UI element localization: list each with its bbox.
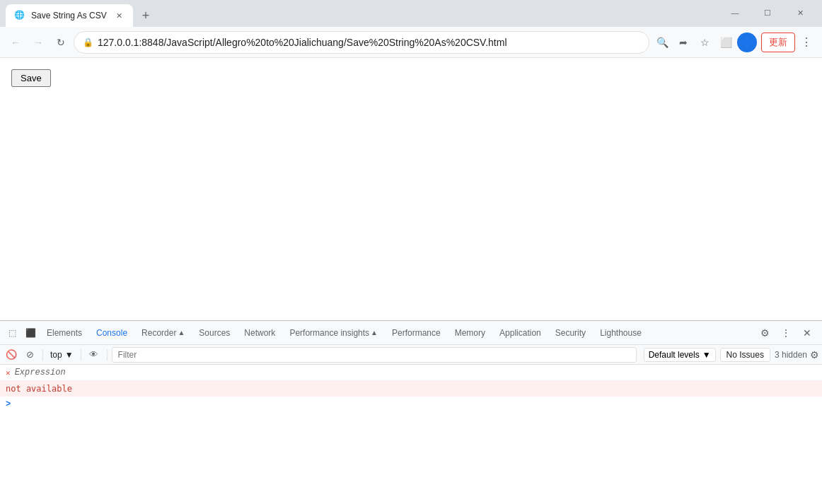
profile-button[interactable] [737, 33, 757, 52]
save-button[interactable]: Save [11, 69, 51, 87]
tab-sources[interactable]: Sources [192, 322, 237, 346]
forward-button[interactable]: → [28, 33, 48, 52]
back-button[interactable]: ← [6, 33, 25, 52]
context-dropdown-icon: ▼ [65, 350, 74, 360]
eye-button[interactable]: 👁 [86, 346, 103, 363]
toolbar-actions: 🔍 ➦ ☆ ⬜ 更新 ⋮ [652, 33, 816, 52]
tab-favicon: 🌐 [14, 10, 25, 21]
share-button[interactable]: ➦ [673, 33, 693, 52]
tab-performance-insights[interactable]: Performance insights ▲ [282, 322, 385, 346]
tab-bar: 🌐 Save String As CSV ✕ + — ☐ ✕ [0, 0, 822, 27]
toolbar-separator-3 [107, 349, 108, 361]
devtools-split-button[interactable]: ⬛ [21, 324, 40, 342]
no-issues-label: No Issues [727, 350, 764, 360]
expression-error-icon: ✕ [6, 368, 11, 377]
minimize-button[interactable]: — [719, 1, 751, 24]
hidden-settings-icon[interactable]: ⚙ [810, 349, 819, 361]
context-selector[interactable]: top ▼ [47, 348, 76, 361]
filter-toggle-button[interactable]: ⊘ [21, 346, 38, 363]
bookmark-button[interactable]: ☆ [695, 33, 714, 52]
maximize-button[interactable]: ☐ [751, 1, 784, 24]
console-expression-row: ✕ Expression [0, 365, 822, 381]
browser-tab-active[interactable]: 🌐 Save String As CSV ✕ [6, 4, 133, 27]
devtools-settings-button[interactable]: ⚙ [756, 324, 774, 342]
console-prompt-row[interactable]: > [0, 397, 822, 412]
tab-security[interactable]: Security [548, 322, 593, 346]
console-error-row: not available [0, 381, 822, 397]
lock-icon: 🔒 [83, 37, 93, 47]
devtools-dock-button[interactable]: ⬚ [3, 324, 21, 342]
address-bar[interactable]: 🔒 127.0.0.1:8848/JavaScript/Allegro%20to… [74, 31, 649, 54]
chrome-window: 🌐 Save String As CSV ✕ + — ☐ ✕ ← → ↻ 🔒 1… [0, 0, 822, 504]
split-view-button[interactable]: ⬜ [716, 33, 736, 52]
console-error-text: not available [6, 384, 72, 394]
tab-lighthouse[interactable]: Lighthouse [593, 322, 649, 346]
perf-insights-badge: ▲ [371, 329, 378, 336]
window-controls: — ☐ ✕ [719, 1, 816, 24]
update-button[interactable]: 更新 [761, 33, 795, 52]
reload-button[interactable]: ↻ [51, 33, 71, 52]
close-button[interactable]: ✕ [784, 1, 816, 24]
devtools-more-button[interactable]: ⋮ [777, 324, 795, 342]
devtools-action-buttons: ⚙ ⋮ ✕ [753, 324, 819, 342]
no-issues-button[interactable]: No Issues [720, 348, 770, 362]
devtools-panel: ⬚ ⬛ Elements Console Recorder ▲ Sources … [0, 320, 822, 504]
recorder-badge: ▲ [178, 329, 185, 336]
console-filter-input[interactable] [112, 347, 637, 363]
browser-toolbar: ← → ↻ 🔒 127.0.0.1:8848/JavaScript/Allegr… [0, 27, 822, 58]
tab-elements[interactable]: Elements [40, 322, 89, 346]
zoom-button[interactable]: 🔍 [652, 33, 672, 52]
devtools-close-button[interactable]: ✕ [798, 324, 816, 342]
tab-network[interactable]: Network [237, 322, 282, 346]
tab-console[interactable]: Console [89, 322, 134, 346]
devtools-tab-bar: ⬚ ⬛ Elements Console Recorder ▲ Sources … [0, 321, 822, 345]
console-prompt-icon: > [6, 399, 11, 409]
console-output: ✕ Expression not available > [0, 365, 822, 504]
toolbar-separator-2 [81, 349, 81, 361]
devtools-console-toolbar: 🚫 ⊘ top ▼ 👁 Default levels ▼ No Issues 3… [0, 345, 822, 365]
levels-label: Default levels [649, 350, 700, 360]
hidden-count-label: 3 hidden ⚙ [775, 349, 819, 361]
tab-recorder[interactable]: Recorder ▲ [134, 322, 192, 346]
address-text: 127.0.0.1:8848/JavaScript/Allegro%20to%2… [98, 37, 640, 48]
tab-performance[interactable]: Performance [385, 322, 448, 346]
expression-label: Expression [15, 368, 66, 377]
levels-dropdown-icon: ▼ [702, 350, 711, 360]
toolbar-separator [42, 349, 43, 361]
new-tab-button[interactable]: + [136, 6, 156, 25]
more-options-button[interactable]: ⋮ [797, 33, 816, 52]
clear-console-button[interactable]: 🚫 [3, 346, 20, 363]
tab-title: Save String As CSV [31, 11, 108, 20]
page-content: Save [0, 58, 822, 320]
tab-application[interactable]: Application [492, 322, 548, 346]
tab-memory[interactable]: Memory [448, 322, 492, 346]
context-label: top [50, 350, 62, 360]
page-inner: Save [0, 58, 822, 98]
tab-close-button[interactable]: ✕ [113, 10, 125, 21]
log-levels-selector[interactable]: Default levels ▼ [644, 348, 716, 362]
